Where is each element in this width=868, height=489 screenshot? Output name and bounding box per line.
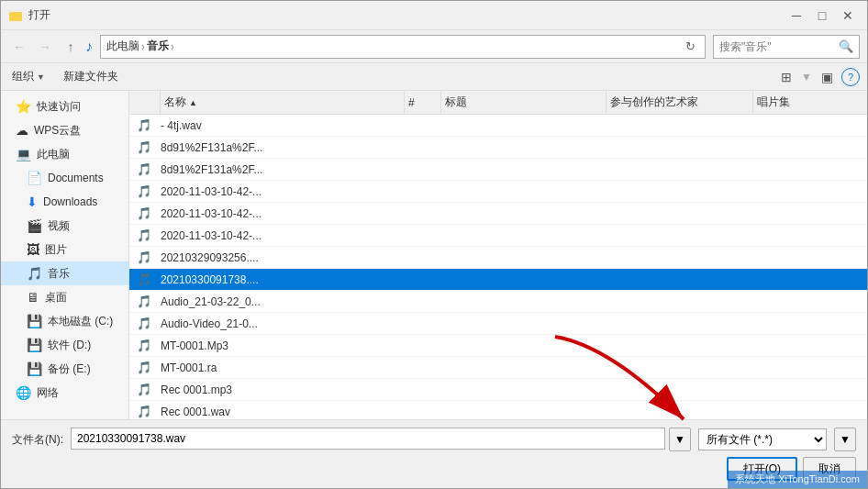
search-input[interactable] [719,40,835,53]
file-row[interactable]: 🎵 MT-0001.Mp3 [129,335,867,357]
sidebar-item-backup-e[interactable]: 💾 备份 (E:) [1,357,128,381]
refresh-button[interactable]: ↻ [681,38,699,56]
path-part-music[interactable]: 音乐 [147,39,169,54]
close-button[interactable]: ✕ [836,6,860,25]
album-col-label: 唱片集 [757,94,790,110]
file-row[interactable]: 🎵 2020-11-03-10-42-... [129,203,867,225]
file-icon: 🎵 [133,162,161,176]
up-button[interactable]: ↑ [60,36,82,58]
file-icon: 🎵 [133,295,161,308]
file-name: 2020-11-03-10-42-... [161,229,405,242]
quick-access-label: 快速访问 [37,99,81,115]
filetype-dropdown-button[interactable]: ▼ [834,428,856,451]
sidebar-item-desktop[interactable]: 🖥 桌面 [1,285,128,309]
file-row[interactable]: 🎵 Rec 0001.mp3 [129,379,867,401]
file-icon: 🎵 [133,405,161,418]
file-icon: 🎵 [133,272,161,286]
local-disk-c-label: 本地磁盘 (C:) [48,314,113,329]
file-row[interactable]: 🎵 2020-11-03-10-42-... [129,181,867,203]
title-col-header[interactable]: 标题 [441,91,606,114]
sidebar-item-local-disk-c[interactable]: 💾 本地磁盘 (C:) [1,309,128,333]
file-row[interactable]: 🎵 2020-11-03-10-42-... [129,225,867,247]
file-row[interactable]: 🎵 8d91%2F131a%2F... [129,159,867,181]
documents-icon: 📄 [27,171,42,185]
file-icon: 🎵 [133,383,161,396]
sidebar-item-music[interactable]: 🎵 音乐 [1,261,128,285]
file-name: Audio_21-03-22_0... [161,295,405,308]
path-part-pc[interactable]: 此电脑 [106,39,139,54]
filename-dropdown-button[interactable]: ▼ [669,428,691,451]
file-row[interactable]: 🎵 8d91%2F131a%2F... [129,137,867,159]
pictures-icon: 🖼 [27,242,39,257]
local-disk-c-icon: 💾 [27,314,42,328]
wps-cloud-icon: ☁ [16,123,28,138]
filename-input[interactable] [71,428,665,450]
file-icon: 🎵 [133,250,161,264]
name-col-header[interactable]: 名称 ▲ [161,91,405,114]
svg-rect-2 [9,12,22,21]
sidebar-item-network[interactable]: 🌐 网络 [1,381,128,405]
artist-col-label: 参与创作的艺术家 [610,94,698,110]
file-name: MT-0001.ra [161,361,405,374]
file-icon: 🎵 [133,184,161,198]
sidebar-item-wps-cloud[interactable]: ☁ WPS云盘 [1,118,128,142]
file-icon: 🎵 [133,361,161,374]
sidebar-item-this-pc[interactable]: 💻 此电脑 [1,142,128,166]
file-row[interactable]: 🎵 Audio-Video_21-0... [129,313,867,335]
sidebar-item-downloads[interactable]: ⬇ Downloads [1,190,128,214]
back-button[interactable]: ← [8,36,30,58]
file-icon: 🎵 [133,206,161,220]
watermark-text: 系统天地 [735,473,775,484]
filetype-select[interactable]: 所有文件 (*.*) [698,428,827,450]
sidebar-item-quick-access[interactable]: ⭐ 快速访问 [1,94,128,118]
help-button[interactable]: ? [841,68,860,86]
preview-button[interactable]: ▣ [816,67,838,87]
music-label: 音乐 [48,266,70,282]
organize-button[interactable]: 组织 ▼ [8,67,49,87]
name-sort-icon: ▲ [189,98,197,107]
filename-input-wrap: ▼ [71,428,691,451]
file-row[interactable]: 🎵 Rec 0001.wav [129,401,867,419]
folder-icon [8,8,23,23]
name-col-label: 名称 [164,94,186,110]
quick-access-icon: ⭐ [16,99,31,114]
address-bar[interactable]: 此电脑 › 音乐 › ↻ [100,35,706,59]
sidebar-item-videos[interactable]: 🎬 视频 [1,214,128,238]
artist-col-header[interactable]: 参与创作的艺术家 [606,91,753,114]
view-toggle-button[interactable]: ⊞ [775,67,797,87]
videos-label: 视频 [48,218,70,234]
file-name: Rec 0001.wav [161,406,405,418]
file-row[interactable]: 🎵 20210329093256.... [129,247,867,269]
new-folder-label: 新建文件夹 [63,69,118,84]
column-headers: 名称 ▲ # 标题 参与创作的艺术家 唱片集 [129,91,867,115]
sidebar-item-pictures[interactable]: 🖼 图片 [1,238,128,261]
minimize-button[interactable]: ─ [785,6,808,25]
backup-e-icon: 💾 [27,361,42,376]
file-row[interactable]: 🎵 - 4tj.wav [129,115,867,137]
window-controls: ─ □ ✕ [785,6,860,25]
forward-button[interactable]: → [34,36,56,58]
maximize-button[interactable]: □ [810,6,834,25]
file-row[interactable]: 🎵 20210330091738.... [129,269,867,291]
file-icon: 🎵 [133,118,161,132]
file-row[interactable]: 🎵 Audio_21-03-22_0... [129,291,867,313]
this-pc-label: 此电脑 [37,147,70,162]
file-icon: 🎵 [133,339,161,352]
file-list: 🎵 - 4tj.wav 🎵 8d91%2F131a%2F... 🎵 8d91%2… [129,115,867,419]
backup-e-label: 备份 (E:) [48,361,91,377]
album-col-header[interactable]: 唱片集 [753,91,863,114]
file-name: 8d91%2F131a%2F... [161,163,405,176]
file-area: 名称 ▲ # 标题 参与创作的艺术家 唱片集 🎵 - [129,91,867,419]
file-icon: 🎵 [133,228,161,242]
file-row[interactable]: 🎵 MT-0001.ra [129,357,867,379]
new-folder-button[interactable]: 新建文件夹 [60,67,122,87]
search-bar[interactable]: 🔍 [713,35,860,59]
sidebar-item-software-d[interactable]: 💾 软件 (D:) [1,333,128,357]
organize-arrow: ▼ [37,72,45,82]
view-controls: ⊞ ▼ ▣ ? [775,67,860,87]
software-d-icon: 💾 [27,338,42,352]
path-separator-1: › [141,40,145,53]
this-pc-icon: 💻 [16,147,31,161]
sidebar-item-documents[interactable]: 📄 Documents [1,166,128,190]
num-col-header[interactable]: # [405,91,441,114]
